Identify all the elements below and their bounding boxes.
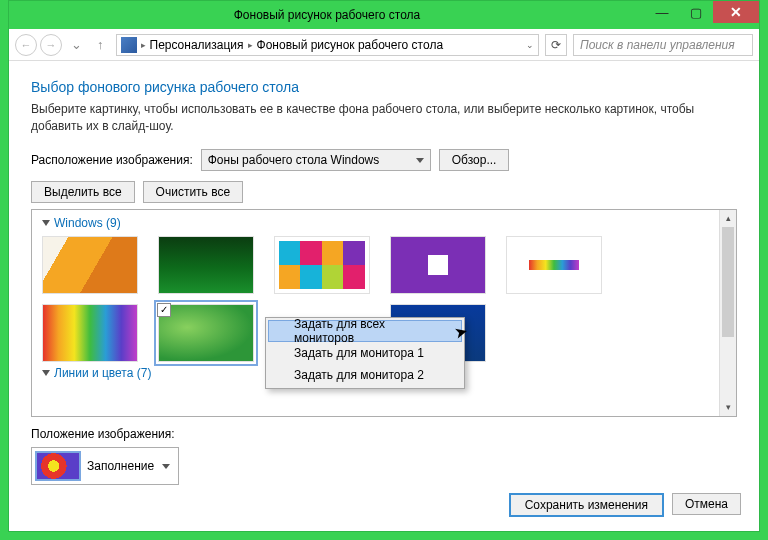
nav-forward-button[interactable]: → <box>40 34 62 56</box>
select-all-button[interactable]: Выделить все <box>31 181 135 203</box>
position-select[interactable]: Заполнение <box>31 447 179 485</box>
nav-bar: ← → ⌄ ↑ ▸ Персонализация ▸ Фоновый рисун… <box>9 29 759 61</box>
position-row: Заполнение <box>31 447 737 485</box>
position-label: Положение изображения: <box>31 427 737 441</box>
image-location-label: Расположение изображения: <box>31 153 193 167</box>
wallpaper-thumb-5[interactable] <box>506 236 602 294</box>
nav-back-button[interactable]: ← <box>15 34 37 56</box>
footer: Сохранить изменения Отмена <box>9 483 759 531</box>
thumbnail-row-1 <box>42 236 726 294</box>
position-preview-icon <box>35 451 81 481</box>
page-heading: Выбор фонового рисунка рабочего стола <box>31 79 737 95</box>
content-area: Выбор фонового рисунка рабочего стола Вы… <box>9 61 759 495</box>
wallpaper-thumb-6[interactable] <box>42 304 138 362</box>
control-panel-icon <box>121 37 137 53</box>
image-location-select[interactable]: Фоны рабочего стола Windows <box>201 149 431 171</box>
search-input[interactable]: Поиск в панели управления <box>573 34 753 56</box>
position-value: Заполнение <box>87 459 154 473</box>
refresh-button[interactable]: ⟳ <box>545 34 567 56</box>
wallpaper-thumb-1[interactable] <box>42 236 138 294</box>
chevron-right-icon: ▸ <box>248 40 253 50</box>
window-controls: — ▢ ✕ <box>645 1 759 29</box>
save-changes-button[interactable]: Сохранить изменения <box>509 493 664 517</box>
wallpaper-thumb-3[interactable] <box>274 236 370 294</box>
breadcrumb-dropdown-icon[interactable]: ⌄ <box>526 40 534 50</box>
group-windows[interactable]: Windows (9) <box>42 216 726 230</box>
breadcrumb[interactable]: ▸ Персонализация ▸ Фоновый рисунок рабоч… <box>116 34 540 56</box>
scrollbar-thumb[interactable] <box>722 227 734 337</box>
chevron-right-icon: ▸ <box>141 40 146 50</box>
vertical-scrollbar[interactable]: ▴ ▾ <box>719 210 736 416</box>
collapse-icon <box>42 370 50 376</box>
scroll-up-icon[interactable]: ▴ <box>720 210 736 227</box>
minimize-button[interactable]: — <box>645 1 679 23</box>
titlebar: Фоновый рисунок рабочего стола — ▢ ✕ <box>9 1 759 29</box>
clear-all-button[interactable]: Очистить все <box>143 181 243 203</box>
control-panel-window: Фоновый рисунок рабочего стола — ▢ ✕ ← →… <box>8 0 760 532</box>
nav-recent-dropdown[interactable]: ⌄ <box>65 37 88 52</box>
collapse-icon <box>42 220 50 226</box>
browse-button[interactable]: Обзор... <box>439 149 510 171</box>
image-location-value: Фоны рабочего стола Windows <box>208 153 380 167</box>
nav-up-button[interactable]: ↑ <box>91 37 110 52</box>
close-button[interactable]: ✕ <box>713 1 759 23</box>
breadcrumb-level2[interactable]: Фоновый рисунок рабочего стола <box>257 38 444 52</box>
checkbox-checked-icon[interactable]: ✓ <box>157 303 171 317</box>
scroll-down-icon[interactable]: ▾ <box>720 399 736 416</box>
selection-buttons: Выделить все Очистить все <box>31 181 737 203</box>
maximize-button[interactable]: ▢ <box>679 1 713 23</box>
wallpaper-thumb-4[interactable] <box>390 236 486 294</box>
page-subtext: Выберите картинку, чтобы использовать ее… <box>31 101 737 135</box>
context-menu: Задать для всех мониторов Задать для мон… <box>265 317 465 389</box>
context-set-monitor-2[interactable]: Задать для монитора 2 <box>268 364 462 386</box>
cancel-button[interactable]: Отмена <box>672 493 741 515</box>
search-placeholder: Поиск в панели управления <box>580 38 735 52</box>
image-location-row: Расположение изображения: Фоны рабочего … <box>31 149 737 171</box>
breadcrumb-level1[interactable]: Персонализация <box>150 38 244 52</box>
wallpaper-thumb-2[interactable] <box>158 236 254 294</box>
context-set-monitor-1[interactable]: Задать для монитора 1 <box>268 342 462 364</box>
nav-arrows: ← → ⌄ ↑ <box>15 34 110 56</box>
context-set-all-monitors[interactable]: Задать для всех мониторов <box>268 320 462 342</box>
window-title: Фоновый рисунок рабочего стола <box>9 8 645 22</box>
wallpaper-thumb-7-selected[interactable]: ✓ <box>158 304 254 362</box>
